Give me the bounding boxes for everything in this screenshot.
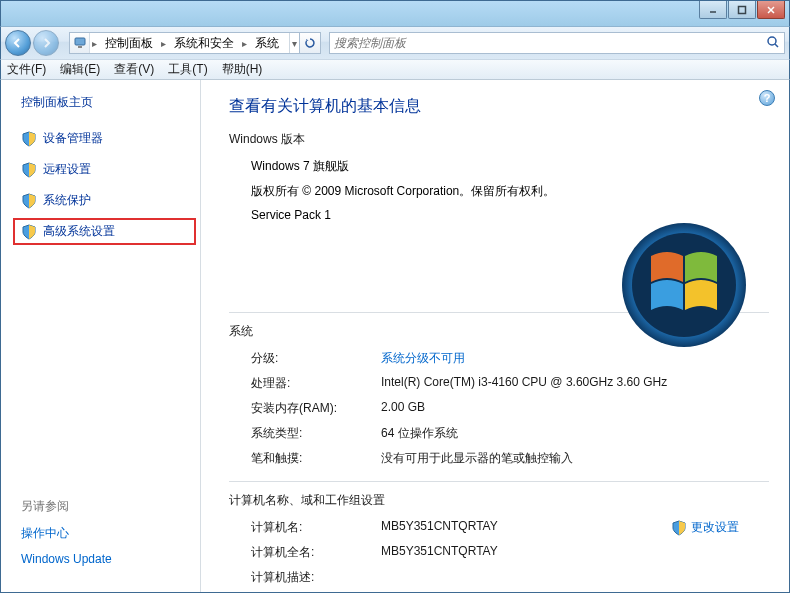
titlebar — [0, 0, 790, 26]
seealso-action-center[interactable]: 操作中心 — [21, 525, 188, 542]
systype-label: 系统类型: — [251, 425, 381, 442]
search-icon[interactable] — [766, 35, 780, 52]
sidebar-item-remote-settings[interactable]: 远程设置 — [21, 160, 188, 179]
name-heading: 计算机名称、域和工作组设置 — [229, 492, 769, 509]
sidebar-home-link[interactable]: 控制面板主页 — [21, 94, 188, 111]
breadcrumb[interactable]: ▸ 控制面板 ▸ 系统和安全 ▸ 系统 ▾ — [69, 32, 300, 54]
back-button[interactable] — [5, 30, 31, 56]
breadcrumb-seg[interactable]: 系统 — [249, 33, 285, 53]
change-settings-link[interactable]: 更改设置 — [671, 519, 739, 536]
help-icon[interactable]: ? — [759, 90, 775, 106]
breadcrumb-seg[interactable]: 控制面板 — [99, 33, 159, 53]
cpu-value: Intel(R) Core(TM) i3-4160 CPU @ 3.60GHz … — [381, 375, 769, 392]
menu-edit[interactable]: 编辑(E) — [60, 61, 100, 78]
breadcrumb-sep: ▸ — [240, 33, 249, 53]
svg-rect-5 — [78, 46, 82, 48]
rating-value[interactable]: 系统分级不可用 — [381, 350, 769, 367]
page-title: 查看有关计算机的基本信息 — [229, 96, 769, 117]
shield-icon — [21, 224, 37, 240]
seealso-label: 另请参阅 — [21, 498, 188, 515]
breadcrumb-sep: ▸ — [90, 33, 99, 53]
svg-rect-4 — [75, 38, 85, 45]
svg-line-7 — [775, 44, 778, 47]
menu-tools[interactable]: 工具(T) — [168, 61, 207, 78]
shield-icon — [21, 131, 37, 147]
ram-label: 安装内存(RAM): — [251, 400, 381, 417]
sidebar-item-label: 高级系统设置 — [43, 223, 115, 240]
minimize-button[interactable] — [699, 1, 727, 19]
pen-label: 笔和触摸: — [251, 450, 381, 467]
sidebar-item-advanced-settings[interactable]: 高级系统设置 — [17, 222, 192, 241]
search-box[interactable] — [329, 32, 785, 54]
maximize-button[interactable] — [728, 1, 756, 19]
rating-label: 分级: — [251, 350, 381, 367]
breadcrumb-sep: ▸ — [159, 33, 168, 53]
sidebar-item-system-protection[interactable]: 系统保护 — [21, 191, 188, 210]
computer-icon — [70, 33, 90, 53]
shield-icon — [21, 193, 37, 209]
search-input[interactable] — [334, 36, 766, 50]
shield-icon — [21, 162, 37, 178]
sidebar-item-label: 设备管理器 — [43, 130, 103, 147]
breadcrumb-seg[interactable]: 系统和安全 — [168, 33, 240, 53]
sidebar-item-device-manager[interactable]: 设备管理器 — [21, 129, 188, 148]
svg-point-6 — [768, 37, 776, 45]
computer-name-label: 计算机名: — [251, 519, 381, 536]
menu-file[interactable]: 文件(F) — [7, 61, 46, 78]
windows-logo-icon — [619, 220, 749, 350]
systype-value: 64 位操作系统 — [381, 425, 769, 442]
navbar: ▸ 控制面板 ▸ 系统和安全 ▸ 系统 ▾ — [0, 26, 790, 59]
refresh-button[interactable] — [299, 32, 321, 54]
shield-icon — [671, 520, 687, 536]
svg-rect-1 — [739, 6, 746, 13]
menu-help[interactable]: 帮助(H) — [222, 61, 263, 78]
edition-heading: Windows 版本 — [229, 131, 769, 148]
computer-desc-value — [381, 569, 769, 586]
breadcrumb-dropdown-icon[interactable]: ▾ — [289, 33, 299, 53]
forward-button[interactable] — [33, 30, 59, 56]
change-settings-label: 更改设置 — [691, 519, 739, 536]
sidebar-item-label: 系统保护 — [43, 192, 91, 209]
sidebar: 控制面板主页 设备管理器 远程设置 系统保护 高级系统设置 另请参阅 操作中心 … — [1, 80, 201, 592]
computer-fullname-value: MB5Y351CNTQRTAY — [381, 544, 769, 561]
ram-value: 2.00 GB — [381, 400, 769, 417]
divider — [229, 481, 769, 482]
seealso-windows-update[interactable]: Windows Update — [21, 552, 188, 566]
edition-name: Windows 7 旗舰版 — [251, 158, 769, 175]
computer-fullname-label: 计算机全名: — [251, 544, 381, 561]
close-button[interactable] — [757, 1, 785, 19]
cpu-label: 处理器: — [251, 375, 381, 392]
menu-view[interactable]: 查看(V) — [114, 61, 154, 78]
copyright: 版权所有 © 2009 Microsoft Corporation。保留所有权利… — [251, 183, 769, 200]
sidebar-item-label: 远程设置 — [43, 161, 91, 178]
pen-value: 没有可用于此显示器的笔或触控输入 — [381, 450, 769, 467]
computer-desc-label: 计算机描述: — [251, 569, 381, 586]
svg-point-9 — [632, 233, 736, 337]
menubar: 文件(F) 编辑(E) 查看(V) 工具(T) 帮助(H) — [0, 59, 790, 80]
content-pane: ? 查看有关计算机的基本信息 Windows 版本 Windows 7 旗舰版 … — [201, 80, 789, 592]
